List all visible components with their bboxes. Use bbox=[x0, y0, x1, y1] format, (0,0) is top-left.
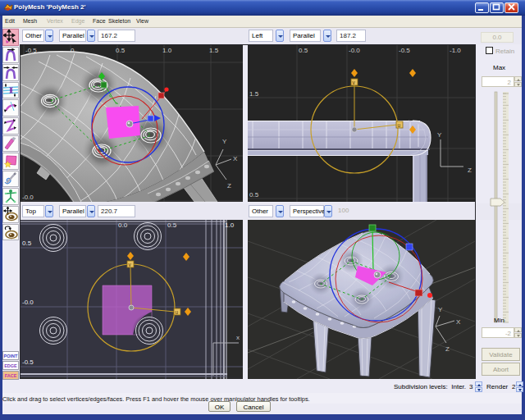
svg-text:-0.0: -0.0 bbox=[349, 47, 360, 54]
svg-text:1.0: 1.0 bbox=[162, 47, 172, 54]
svg-text:X: X bbox=[456, 318, 461, 326]
svg-text:1.5: 1.5 bbox=[249, 90, 259, 98]
svg-text:0.0: 0.0 bbox=[118, 221, 128, 229]
svg-text:Y: Y bbox=[222, 138, 227, 145]
svg-text:X: X bbox=[233, 155, 238, 162]
svg-text:x: x bbox=[236, 334, 240, 341]
svg-text:-1.0: -1.0 bbox=[450, 47, 461, 54]
svg-text:-0.0: -0.0 bbox=[22, 299, 34, 306]
svg-text:1.5: 1.5 bbox=[209, 47, 219, 54]
svg-text:Z: Z bbox=[227, 182, 231, 189]
svg-text:0.5: 0.5 bbox=[116, 47, 126, 54]
svg-text:-0.5: -0.5 bbox=[22, 358, 34, 366]
svg-text:-0.5: -0.5 bbox=[399, 47, 410, 54]
svg-text:Z: Z bbox=[445, 345, 450, 353]
svg-text:Y: Y bbox=[438, 306, 443, 313]
svg-text:Y: Y bbox=[437, 131, 442, 139]
svg-text:0.5: 0.5 bbox=[249, 191, 259, 199]
svg-text:u: u bbox=[398, 122, 401, 128]
svg-text:Z: Z bbox=[468, 167, 472, 174]
svg-text:-0.0: -0.0 bbox=[22, 194, 34, 201]
svg-text:0.5: 0.5 bbox=[167, 221, 177, 229]
svg-text:0.5: 0.5 bbox=[22, 240, 32, 247]
svg-text:u: u bbox=[176, 309, 179, 315]
svg-text:0.5: 0.5 bbox=[299, 47, 308, 54]
